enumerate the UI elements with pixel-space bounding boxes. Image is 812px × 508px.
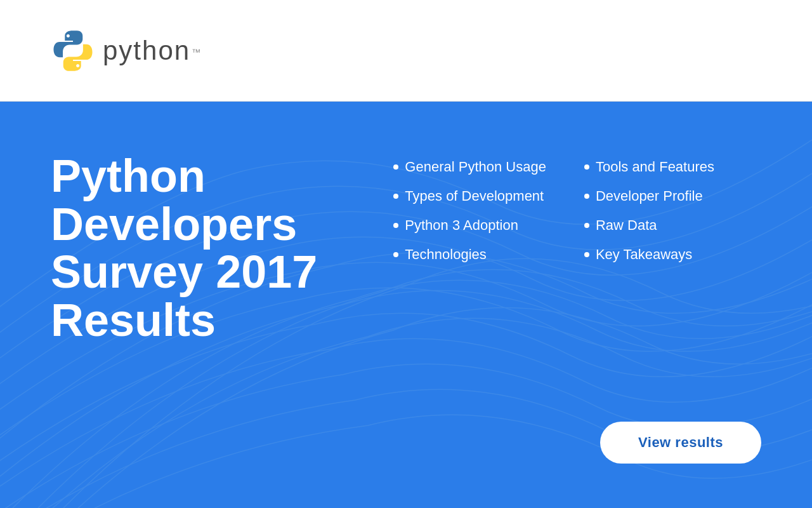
logo-text: python bbox=[103, 36, 190, 65]
bullet-dot bbox=[584, 194, 589, 199]
bullet-column-2: Tools and FeaturesDeveloper ProfileRaw D… bbox=[584, 159, 714, 263]
bullet-col1-item-2: Python 3 Adoption bbox=[393, 217, 546, 234]
title-line3: Survey 2017 bbox=[51, 248, 317, 297]
bullet-dot bbox=[393, 223, 398, 228]
title-line4: Results bbox=[51, 297, 317, 345]
view-results-button[interactable]: View results bbox=[600, 422, 761, 464]
bullet-dot bbox=[393, 194, 398, 199]
title-line1: Python bbox=[51, 152, 317, 201]
header: python™ bbox=[0, 0, 812, 102]
hero-section: Python Developers Survey 2017 Results Ge… bbox=[0, 102, 812, 508]
logo: python™ bbox=[51, 29, 200, 73]
logo-text-wrapper: python™ bbox=[103, 36, 200, 66]
bullet-dot bbox=[393, 252, 398, 257]
bullet-column-1: General Python UsageTypes of Development… bbox=[393, 159, 546, 263]
bullet-dot bbox=[393, 164, 398, 170]
logo-tm: ™ bbox=[192, 47, 200, 57]
hero-title: Python Developers Survey 2017 Results bbox=[51, 152, 317, 344]
bullet-col2-item-2: Raw Data bbox=[584, 217, 714, 234]
bullet-col2-item-1: Developer Profile bbox=[584, 188, 714, 204]
bullet-dot bbox=[584, 252, 589, 257]
bullet-dot bbox=[584, 164, 589, 170]
bullet-col1-item-0: General Python Usage bbox=[393, 159, 546, 175]
bullet-col1-item-1: Types of Development bbox=[393, 188, 546, 204]
python-logo-icon bbox=[51, 29, 95, 73]
title-line2: Developers bbox=[51, 201, 317, 249]
bullet-col2-item-0: Tools and Features bbox=[584, 159, 714, 175]
bullet-col2-item-3: Key Takeaways bbox=[584, 246, 714, 263]
hero-content: General Python UsageTypes of Development… bbox=[393, 159, 714, 263]
bullet-dot bbox=[584, 223, 589, 228]
bullet-col1-item-3: Technologies bbox=[393, 246, 546, 263]
